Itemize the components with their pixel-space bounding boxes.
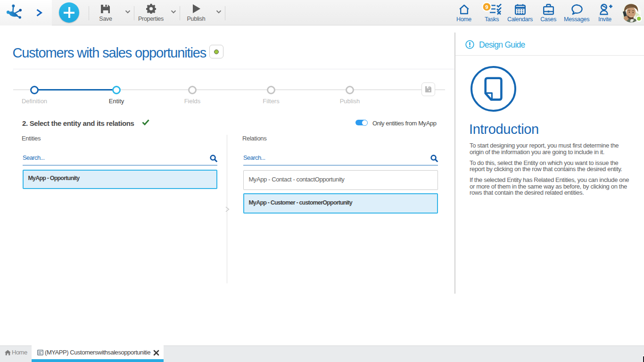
svg-text:9: 9	[485, 4, 488, 10]
